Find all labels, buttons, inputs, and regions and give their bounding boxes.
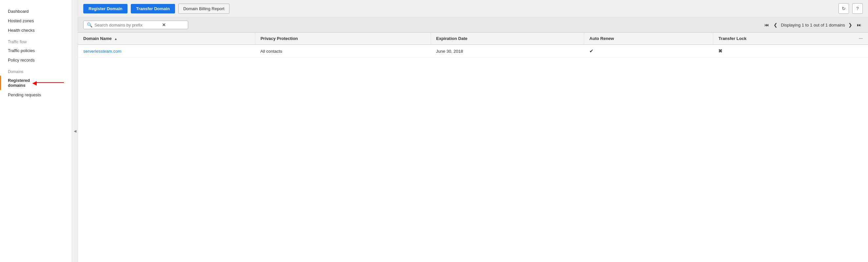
column-header-transfer-lock[interactable]: Transfer Lock — (713, 33, 868, 44)
search-clear-button[interactable]: ✕ (162, 22, 166, 28)
column-header-domain-name[interactable]: Domain Name ▲ (78, 33, 255, 44)
table-header-row: Domain Name ▲ Privacy Protection Expirat… (78, 33, 868, 44)
transfer-lock-x-icon: ✖ (718, 48, 722, 54)
column-header-auto-renew[interactable]: Auto Renew (584, 33, 713, 44)
cell-expiration-date: June 30, 2018 (431, 44, 584, 58)
sidebar-item-traffic-policies[interactable]: Traffic policies (0, 46, 72, 55)
refresh-button[interactable]: ↻ (838, 3, 849, 14)
pagination-next-button[interactable]: ❯ (847, 22, 854, 28)
pagination-prev-button[interactable]: ❮ (772, 22, 779, 28)
cell-privacy-protection: All contacts (255, 44, 431, 58)
help-button[interactable]: ? (852, 3, 863, 14)
auto-renew-check-icon: ✔ (589, 48, 594, 54)
sidebar: Dashboard Hosted zones Health checks Tra… (0, 0, 72, 262)
red-arrow-icon: ◀ (32, 80, 36, 86)
domain-billing-report-button[interactable]: Domain Billing Report (178, 4, 229, 14)
sidebar-section-domains: Domains (0, 65, 72, 76)
sidebar-item-health-checks[interactable]: Health checks (0, 26, 72, 35)
pagination-info: ⏮ ❮ Displaying 1 to 1 out of 1 domains ❯… (763, 22, 863, 28)
column-header-expiration-date[interactable]: Expiration Date (431, 33, 584, 44)
domains-table: Domain Name ▲ Privacy Protection Expirat… (78, 33, 868, 58)
domain-name-link[interactable]: serverlessteam.com (83, 49, 121, 54)
search-input[interactable] (94, 23, 160, 28)
sidebar-item-registered-domains[interactable]: Registered domains ◀ (0, 76, 72, 90)
sidebar-item-dashboard[interactable]: Dashboard (0, 6, 72, 16)
sidebar-item-pending-requests[interactable]: Pending requests (0, 90, 72, 100)
sort-icon-domain-name: ▲ (114, 37, 117, 41)
table-row: serverlessteam.com All contacts June 30,… (78, 44, 868, 58)
pagination-text: Displaying 1 to 1 out of 1 domains (781, 23, 845, 28)
content-area: 🔍 ✕ ⏮ ❮ Displaying 1 to 1 out of 1 domai… (78, 18, 868, 262)
sidebar-section-traffic-flow: Traffic flow (0, 35, 72, 46)
sidebar-item-policy-records[interactable]: Policy records (0, 55, 72, 65)
cell-transfer-lock: ✖ (713, 44, 868, 58)
cell-auto-renew: ✔ (584, 44, 713, 58)
column-header-privacy-protection[interactable]: Privacy Protection (255, 33, 431, 44)
red-arrow-line (36, 82, 64, 83)
sidebar-collapse-handle[interactable]: ◀ (72, 0, 78, 262)
search-bar: 🔍 ✕ ⏮ ❮ Displaying 1 to 1 out of 1 domai… (78, 18, 868, 33)
help-icon: ? (856, 6, 859, 11)
cell-domain-name: serverlessteam.com (78, 44, 255, 58)
register-domain-button[interactable]: Register Domain (83, 4, 127, 13)
transfer-domain-button[interactable]: Transfer Domain (131, 4, 175, 13)
search-icon: 🔍 (87, 22, 92, 28)
sidebar-item-hosted-zones[interactable]: Hosted zones (0, 16, 72, 26)
pagination-last-button[interactable]: ⏭ (856, 22, 863, 28)
column-menu-icon[interactable]: — (859, 36, 863, 41)
pagination-first-button[interactable]: ⏮ (763, 22, 770, 28)
main-content: Register Domain Transfer Domain Domain B… (78, 0, 868, 262)
search-input-wrapper[interactable]: 🔍 ✕ (83, 21, 188, 29)
toolbar: Register Domain Transfer Domain Domain B… (78, 0, 868, 18)
refresh-icon: ↻ (842, 6, 846, 11)
